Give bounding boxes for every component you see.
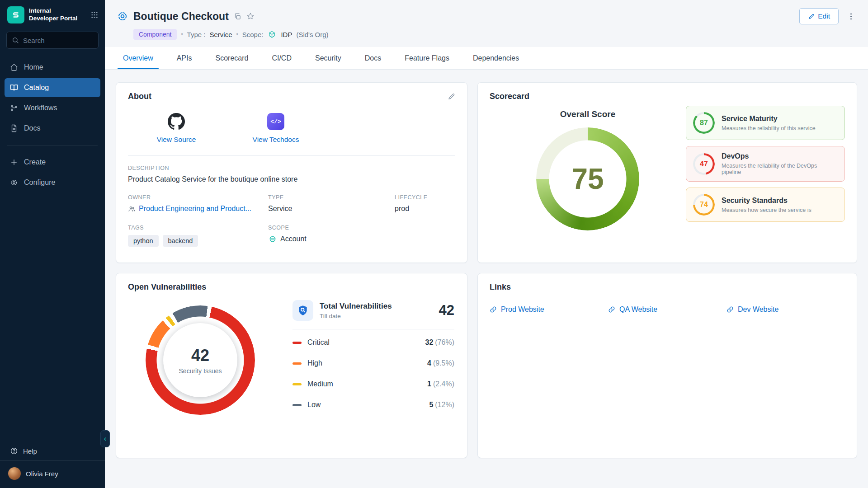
vuln-label: Medium [307, 380, 333, 388]
app-title: Internal Developer Portal [29, 7, 77, 23]
view-source-label: View Source [157, 136, 196, 144]
vuln-pct: (12%) [435, 401, 454, 408]
score-name: DevOps [722, 152, 838, 160]
view-techdocs-link[interactable]: </> View Techdocs [246, 113, 305, 144]
favorite-star-icon[interactable] [246, 12, 255, 20]
catalog-icon [10, 84, 18, 92]
score-card-security-standards[interactable]: 74 Security Standards Measures how secur… [686, 188, 845, 222]
link-label: Dev Website [738, 305, 778, 314]
tab-security[interactable]: Security [303, 47, 353, 69]
help-button[interactable]: Help [0, 441, 105, 460]
sidebar-nav: Home Catalog Workflows Docs [0, 54, 105, 138]
lifecycle-value: prod [395, 205, 455, 213]
vuln-count: 4 [427, 359, 431, 367]
tab-cicd[interactable]: CI/CD [260, 47, 303, 69]
tag-backend[interactable]: backend [163, 235, 198, 247]
overall-score-value: 75 [571, 162, 604, 196]
dev-website-link[interactable]: Dev Website [726, 305, 845, 314]
low-dash [292, 404, 302, 406]
tab-overview[interactable]: Overview [111, 47, 165, 69]
sidebar-spacer [0, 192, 105, 441]
copy-icon[interactable] [234, 13, 241, 20]
account-icon [269, 235, 276, 243]
owner-link[interactable]: Product Engineering and Product... [128, 205, 268, 213]
security-issues-count: 42 [191, 346, 209, 365]
type-label: Type : [187, 31, 206, 38]
score-card-devops[interactable]: 47 DevOps Measures the reliability of th… [686, 146, 845, 182]
sidebar-item-catalog[interactable]: Catalog [5, 78, 100, 97]
tags-label: TAGS [128, 225, 268, 231]
link-label: QA Website [619, 305, 657, 314]
user-menu[interactable]: Olivia Frey [0, 460, 105, 488]
help-icon [10, 447, 18, 455]
tab-docs[interactable]: Docs [353, 47, 393, 69]
scope-field-label: SCOPE [268, 225, 395, 231]
total-vulnerabilities-label: Total Vulnerabilities [320, 302, 392, 311]
vuln-count: 5 [429, 401, 433, 408]
qa-website-link[interactable]: QA Website [608, 305, 726, 314]
medium-dash [292, 383, 302, 385]
type-field-value: Service [268, 205, 395, 213]
sidebar-item-home[interactable]: Home [5, 58, 100, 77]
more-options-icon[interactable] [845, 10, 857, 23]
score-value: 47 [700, 160, 708, 168]
scope-org: (Sid's Org) [296, 31, 328, 38]
score-desc: Measures the reliability of the DevOps p… [722, 163, 838, 175]
configure-button[interactable]: Configure [5, 173, 100, 192]
about-title: About [128, 92, 151, 101]
divider [292, 329, 454, 329]
link-icon [608, 306, 615, 313]
search-input[interactable] [23, 37, 93, 44]
app-title-line1: Internal [29, 7, 77, 15]
prod-website-link[interactable]: Prod Website [490, 305, 608, 314]
vuln-row-high: High 4(9.5%) [292, 353, 454, 374]
vuln-row-medium: Medium 1(2.4%) [292, 374, 454, 394]
divider [128, 155, 455, 156]
score-desc: Measures how secure the service is [722, 207, 811, 213]
component-badge[interactable]: Component [133, 29, 177, 40]
vuln-row-low: Low 5(12%) [292, 394, 454, 415]
edit-button[interactable]: Edit [799, 8, 839, 24]
vulnerabilities-title: Open Vulnerabilities [128, 282, 206, 292]
lifecycle-label: LIFECYCLE [395, 194, 455, 201]
tab-scorecard[interactable]: Scorecard [203, 47, 260, 69]
owner-value: Product Engineering and Product... [139, 205, 251, 213]
pencil-icon [808, 13, 815, 20]
scorecard-card: Scorecard Overall Score 75 [477, 82, 857, 263]
tab-dependencies[interactable]: Dependencies [461, 47, 531, 69]
apps-grid-icon[interactable] [90, 11, 99, 19]
scope-label: Scope: [242, 31, 264, 38]
docs-icon [10, 124, 18, 132]
tab-apis[interactable]: APIs [165, 47, 204, 69]
sidebar-collapse-handle[interactable]: ‹ [100, 430, 110, 447]
sidebar: Internal Developer Portal Home Catalog [0, 0, 105, 488]
logo-row: Internal Developer Portal [0, 0, 105, 28]
score-desc: Measures the reliability of this service [722, 125, 816, 131]
vuln-pct: (2.4%) [433, 380, 454, 388]
main-area: Boutique Checkout Edit [105, 0, 868, 488]
tab-feature-flags[interactable]: Feature Flags [393, 47, 461, 69]
score-ring: 87 [693, 112, 715, 134]
view-source-link[interactable]: View Source [147, 113, 206, 144]
gear-icon [10, 178, 18, 187]
links-title: Links [490, 282, 511, 292]
team-icon [128, 205, 136, 213]
edit-about-icon[interactable] [448, 93, 455, 100]
create-button[interactable]: Create [5, 153, 100, 172]
separator-dot: • [181, 31, 183, 38]
score-card-service-maturity[interactable]: 87 Service Maturity Measures the reliabi… [686, 106, 845, 140]
shield-scan-icon [292, 300, 313, 321]
github-icon [168, 113, 185, 130]
overview-content: About View Source </> View Techdocs [105, 70, 868, 488]
search-icon [12, 37, 19, 44]
sidebar-item-workflows[interactable]: Workflows [5, 99, 100, 117]
scope-name: IDP [281, 31, 292, 38]
sidebar-item-docs[interactable]: Docs [5, 119, 100, 138]
tag-python[interactable]: python [128, 235, 159, 247]
component-settings-icon[interactable] [117, 10, 128, 22]
app-logo[interactable] [7, 6, 24, 23]
sidebar-search[interactable] [6, 32, 99, 49]
score-ring: 74 [693, 194, 715, 216]
score-ring: 47 [693, 153, 715, 175]
links-card: Links Prod Website QA Website Dev Websit… [477, 273, 857, 458]
